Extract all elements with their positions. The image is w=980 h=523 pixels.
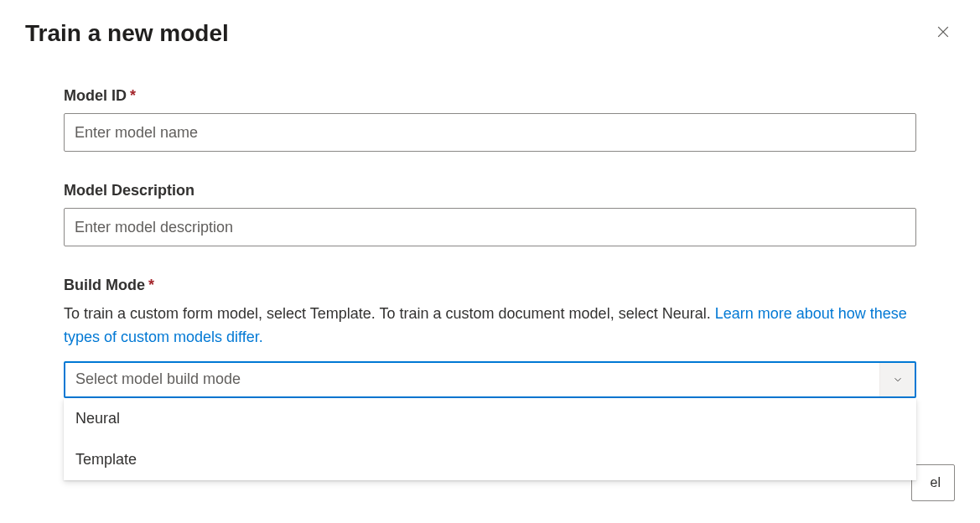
build-mode-select-placeholder: Select model build mode — [65, 370, 879, 388]
build-mode-field-group: Build Mode* To train a custom form model… — [64, 277, 916, 398]
close-button[interactable] — [931, 20, 955, 46]
build-mode-option-template[interactable]: Template — [64, 439, 916, 480]
build-mode-dropdown-list: Neural Template — [64, 398, 916, 480]
model-description-label: Model Description — [64, 182, 916, 199]
chevron-down-icon — [879, 363, 915, 396]
required-indicator: * — [148, 277, 154, 293]
dialog-header: Train a new model — [25, 20, 955, 47]
model-id-field-group: Model ID* — [64, 87, 916, 152]
build-mode-help-prefix: To train a custom form model, select Tem… — [64, 305, 715, 322]
build-mode-label-text: Build Mode — [64, 277, 145, 293]
close-icon — [935, 23, 951, 43]
model-id-label: Model ID* — [64, 87, 916, 105]
model-id-label-text: Model ID — [64, 87, 127, 104]
required-indicator: * — [130, 87, 136, 104]
dialog-title: Train a new model — [25, 20, 229, 47]
form-area: Model ID* Model Description Build Mode* … — [25, 47, 955, 398]
cancel-button[interactable]: el — [911, 464, 955, 501]
model-description-field-group: Model Description — [64, 182, 916, 246]
model-description-input[interactable] — [64, 208, 916, 246]
build-mode-option-neural[interactable]: Neural — [64, 398, 916, 439]
model-id-input[interactable] — [64, 113, 916, 152]
build-mode-help-text: To train a custom form model, select Tem… — [64, 303, 916, 350]
build-mode-select-wrap: Select model build mode Neural Template — [64, 361, 916, 398]
build-mode-select[interactable]: Select model build mode — [64, 361, 916, 398]
build-mode-label: Build Mode* — [64, 277, 916, 294]
cancel-button-label: el — [926, 475, 941, 490]
train-model-dialog: Train a new model Model ID* Model Descri… — [0, 0, 980, 523]
